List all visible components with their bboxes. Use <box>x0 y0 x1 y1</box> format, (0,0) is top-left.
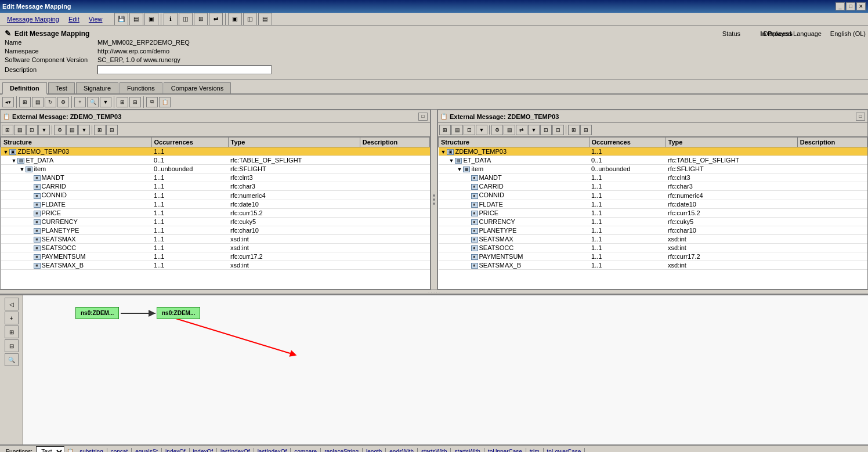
left-panel-maximize[interactable]: □ <box>418 113 428 121</box>
table-row[interactable]: ◾SEATSMAX_B1..1xsd:int <box>1 261 430 270</box>
functions-category-dropdown[interactable]: Text <box>36 446 64 452</box>
function-item[interactable]: compare <box>291 448 321 452</box>
right-panel-maximize[interactable]: □ <box>856 113 865 121</box>
table-row[interactable]: ◾SEATSMAX_B1..1xsd:int <box>439 261 867 270</box>
lt-btn7[interactable]: ▼ <box>78 125 90 135</box>
toolbar-btn2[interactable]: ▤ <box>129 13 143 26</box>
function-item[interactable]: startsWith <box>418 448 451 452</box>
desc-input[interactable] <box>97 65 272 74</box>
maximize-button[interactable]: □ <box>846 2 855 10</box>
def-btn-refresh[interactable]: ↻ <box>45 97 56 107</box>
toolbar-btn10[interactable]: ▤ <box>258 13 272 26</box>
expand-icon[interactable]: ▼ <box>3 149 9 155</box>
function-item[interactable]: toLowerCase <box>544 448 585 452</box>
function-item[interactable]: length <box>363 448 386 452</box>
table-row[interactable]: ◾SEATSMAX1..1xsd:int <box>1 234 430 243</box>
def-btn-grid[interactable]: ⊞ <box>19 97 31 107</box>
table-row[interactable]: ◾PRICE1..1rfc:curr15.2 <box>1 208 430 217</box>
table-row[interactable]: ◾PRICE1..1rfc:curr15.2 <box>439 208 867 217</box>
function-item[interactable]: indexOf <box>190 448 217 452</box>
table-row[interactable]: ◾CURRENCY1..1rfc:cuky5 <box>439 217 867 226</box>
function-item[interactable]: equalsSt <box>132 448 162 452</box>
function-item[interactable]: trim <box>526 448 544 452</box>
toolbar-btn7[interactable]: ⇄ <box>209 13 223 26</box>
menu-message-mapping[interactable]: Message Mapping <box>2 15 64 24</box>
toolbar-btn9[interactable]: ◫ <box>243 13 257 26</box>
table-row[interactable]: ◾SEATSOCC1..1xsd:int <box>439 244 867 252</box>
toolbar-btn3[interactable]: ▣ <box>144 13 158 26</box>
table-row[interactable]: ◾FLDATE1..1rfc:date10 <box>439 200 867 208</box>
window-controls[interactable]: _ □ ✕ <box>836 2 866 10</box>
rt-btn10[interactable]: ⊡ <box>552 125 564 135</box>
toolbar-info-btn[interactable]: ℹ <box>164 13 178 26</box>
rt-btn9[interactable]: ⊡ <box>540 125 552 135</box>
toolbar-btn8[interactable]: ▣ <box>228 13 242 26</box>
table-row[interactable]: ◾SEATSMAX1..1xsd:int <box>439 234 867 243</box>
rt-btn6[interactable]: ▤ <box>504 125 515 135</box>
toolbar-save-btn[interactable]: 💾 <box>114 13 128 26</box>
minimize-button[interactable]: _ <box>836 2 845 10</box>
mapping-dest-node[interactable]: ns0:ZDEM... <box>157 307 200 319</box>
lt-btn5[interactable]: ⚙ <box>54 125 66 135</box>
function-item[interactable]: lastIndexOf <box>217 448 254 452</box>
vertical-splitter[interactable] <box>431 110 437 290</box>
lt-btn9[interactable]: ⊟ <box>106 125 118 135</box>
def-btn-paste[interactable]: 📋 <box>159 97 171 107</box>
function-item[interactable]: substring <box>76 448 107 452</box>
horizontal-splitter[interactable]: · · · · · <box>0 290 868 294</box>
rt-btn4[interactable]: ▼ <box>476 125 487 135</box>
def-btn-left-dropdown[interactable]: ◂▾ <box>2 97 14 107</box>
table-row[interactable]: ▼▣ZDEMO_TEMP031..1 <box>1 147 430 156</box>
lt-btn6[interactable]: ▤ <box>66 125 78 135</box>
def-btn-table[interactable]: ▤ <box>32 97 44 107</box>
table-row[interactable]: ◾CARRID1..1rfc:char3 <box>439 182 867 191</box>
def-btn-collapse[interactable]: ⊟ <box>129 97 141 107</box>
lt-btn4[interactable]: ▼ <box>38 125 50 135</box>
map-sidebar-btn5[interactable]: 🔍 <box>5 353 19 366</box>
rt-btn7[interactable]: ⇄ <box>516 125 527 135</box>
table-row[interactable]: ◾CURRENCY1..1rfc:cuky5 <box>1 217 430 226</box>
function-item[interactable]: toUpperCase <box>484 448 526 452</box>
table-row[interactable]: ◾CONNID1..1rfc:numeric4 <box>1 191 430 200</box>
rt-btn1[interactable]: ⊞ <box>439 125 451 135</box>
menu-view[interactable]: View <box>84 15 107 24</box>
rt-btn3[interactable]: ⊡ <box>464 125 475 135</box>
def-btn-gear[interactable]: ⚙ <box>57 97 69 107</box>
function-item[interactable]: lastIndexOf <box>254 448 291 452</box>
tab-compare-versions[interactable]: Compare Versions <box>164 82 232 93</box>
tab-definition[interactable]: Definition <box>2 82 47 95</box>
rt-btn2[interactable]: ▤ <box>451 125 463 135</box>
tab-functions[interactable]: Functions <box>120 82 162 93</box>
table-row[interactable]: ▼▦item0..unboundedrfc:SFLIGHT <box>1 165 430 173</box>
table-row[interactable]: ◾PLANETYPE1..1rfc:char10 <box>439 226 867 234</box>
table-row[interactable]: ◾CONNID1..1rfc:numeric4 <box>439 191 867 200</box>
expand-icon[interactable]: ▼ <box>441 149 446 155</box>
table-row[interactable]: ◾PLANETYPE1..1rfc:char10 <box>1 226 430 234</box>
function-item[interactable]: indexOf <box>162 448 189 452</box>
table-row[interactable]: ◾FLDATE1..1rfc:date10 <box>1 200 430 208</box>
def-btn-filter[interactable]: ▼ <box>100 97 111 107</box>
table-row[interactable]: ◾MANDT1..1rfc:clnt3 <box>1 173 430 182</box>
def-btn-expand[interactable]: ⊞ <box>117 97 128 107</box>
lt-btn2[interactable]: ▤ <box>14 125 26 135</box>
lt-btn1[interactable]: ⊞ <box>2 125 13 135</box>
table-row[interactable]: ◾PAYMENTSUM1..1rfc:curr17.2 <box>1 252 430 261</box>
rt-btn11[interactable]: ⊞ <box>568 125 580 135</box>
rt-btn5[interactable]: ⚙ <box>491 125 503 135</box>
expand-icon[interactable]: ▼ <box>457 167 462 172</box>
lt-btn3[interactable]: ⊡ <box>26 125 38 135</box>
function-item[interactable]: startsWith <box>451 448 484 452</box>
mapping-source-node[interactable]: ns0:ZDEM... <box>75 307 119 319</box>
table-row[interactable]: ▼▤ET_DATA0..1rfc:TABLE_OF_SFLIGHT <box>439 156 867 165</box>
map-sidebar-btn3[interactable]: ⊞ <box>5 326 19 338</box>
expand-icon[interactable]: ▼ <box>12 158 17 164</box>
expand-icon[interactable]: ▼ <box>20 167 25 172</box>
tab-signature[interactable]: Signature <box>76 82 118 93</box>
map-sidebar-btn4[interactable]: ⊟ <box>5 339 19 352</box>
expand-icon[interactable]: ▼ <box>449 158 454 164</box>
def-btn-search[interactable]: 🔍 <box>87 97 99 107</box>
def-btn-add[interactable]: + <box>74 97 86 107</box>
toolbar-btn6[interactable]: ⊞ <box>194 13 208 26</box>
table-row[interactable]: ▼▤ET_DATA0..1rfc:TABLE_OF_SFLIGHT <box>1 156 430 165</box>
function-item[interactable]: replaceString <box>321 448 363 452</box>
